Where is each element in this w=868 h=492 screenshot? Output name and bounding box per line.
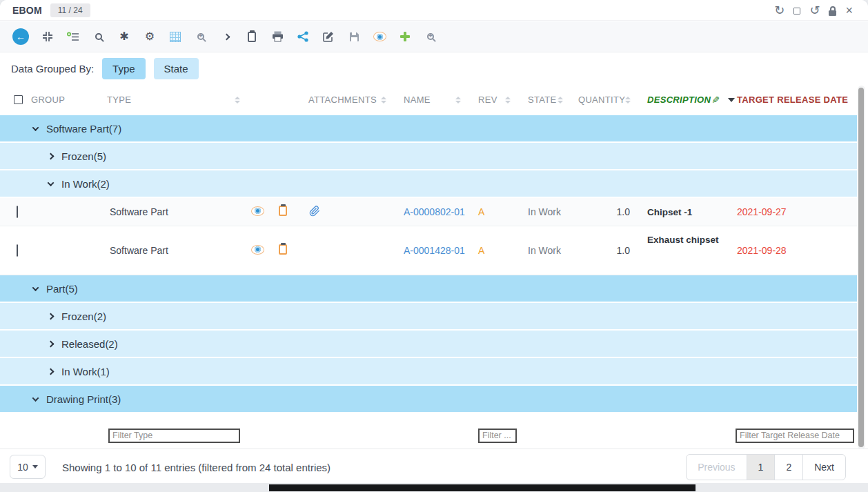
undo-icon[interactable]: ↺ [809, 4, 820, 17]
target-date-cell: 2021-09-28 [731, 245, 857, 256]
description-cell: Chipset -1 [638, 207, 731, 217]
filter-rev-input[interactable] [478, 429, 517, 443]
rev-cell: A [469, 206, 519, 217]
chevron-right-icon[interactable] [48, 340, 55, 347]
view-eye-icon[interactable] [251, 245, 264, 255]
row-checkbox[interactable] [17, 244, 18, 257]
sort-icon [235, 97, 240, 104]
lock-icon[interactable] [829, 6, 836, 16]
description-cell: Exhaust chipset [638, 226, 731, 245]
group-row-part[interactable]: Part(5) [0, 275, 857, 303]
type-cell: Software Part [107, 245, 248, 256]
clipboard-icon[interactable] [245, 28, 259, 45]
print-icon[interactable] [270, 28, 284, 45]
chevron-right-icon[interactable] [48, 152, 55, 159]
column-type[interactable]: TYPE [107, 95, 248, 105]
visibility-eye-icon[interactable] [373, 28, 386, 45]
search-plus-icon[interactable] [194, 28, 208, 45]
chevron-down-icon[interactable] [32, 124, 39, 131]
entries-summary: Showing 1 to 10 of 11 entries (filtered … [62, 462, 331, 473]
titlebar: EBOM 11 / 24 ↻ ↺ × [0, 0, 868, 21]
paperclip-icon[interactable] [309, 208, 320, 219]
group-row-in-work-1[interactable]: In Work(1) [0, 358, 857, 386]
table-footer: 10 Showing 1 to 10 of 11 entries (filter… [0, 449, 868, 483]
chevron-right-icon[interactable] [48, 368, 55, 375]
table-row: Software Part A-0000802-01 A In Work 1.0… [0, 198, 857, 226]
share-icon[interactable] [296, 28, 310, 45]
column-quantity[interactable]: QUANTITY [571, 95, 638, 105]
refresh-icon[interactable]: ↻ [774, 4, 785, 17]
group-row-frozen-5[interactable]: Frozen(5) [0, 143, 857, 170]
sort-icon [455, 97, 461, 104]
group-by-type-button[interactable]: Type [102, 58, 146, 79]
chevron-right-icon[interactable] [48, 313, 55, 319]
pagination-page-1[interactable]: 1 [747, 455, 775, 480]
back-button[interactable]: ← [12, 28, 29, 45]
pagination-next[interactable]: Next [802, 455, 845, 480]
group-row-drawing-print[interactable]: Drawing Print(3) [0, 386, 857, 413]
zoom-in-icon[interactable] [424, 28, 437, 45]
filter-type-input[interactable] [108, 429, 240, 443]
select-all-cell [0, 95, 31, 104]
name-link[interactable]: A-0000802-01 [395, 206, 469, 217]
filter-row [0, 422, 857, 449]
group-by-label: Data Grouped By: [11, 63, 94, 75]
toolbar: ← ✱ ⚙ [0, 21, 868, 52]
group-by-state-button[interactable]: State [154, 58, 199, 79]
add-new-icon[interactable] [398, 28, 412, 45]
edit-icon[interactable] [322, 28, 335, 45]
settings-gear-icon[interactable]: ⚙ [143, 28, 157, 45]
save-icon[interactable] [347, 28, 361, 45]
pagination-previous[interactable]: Previous [687, 455, 746, 480]
group-row-frozen-2[interactable]: Frozen(2) [0, 303, 857, 331]
select-all-checkbox[interactable] [14, 95, 23, 104]
chevron-down-icon[interactable] [48, 179, 55, 186]
sort-icon [381, 97, 386, 104]
clipboard-icon[interactable] [279, 244, 287, 255]
add-to-structure-icon[interactable] [66, 28, 80, 45]
horizontal-scrollbar-thumb[interactable] [269, 484, 696, 491]
search-icon[interactable] [92, 28, 106, 45]
group-row-software-part[interactable]: Software Part(7) [0, 115, 857, 143]
sort-icon [625, 97, 631, 104]
sort-icon [505, 97, 511, 104]
horizontal-scrollbar-track [0, 483, 868, 492]
view-eye-icon[interactable] [251, 206, 264, 216]
ebom-window: EBOM 11 / 24 ↻ ↺ × ← [0, 0, 868, 483]
quantity-cell: 1.0 [571, 245, 638, 256]
rev-cell: A [469, 245, 519, 256]
page-size-select[interactable]: 10 [10, 455, 46, 479]
maximize-icon[interactable] [793, 6, 800, 16]
table-row: Software Part A-0001428-01 A In Work 1.0… [0, 226, 857, 275]
group-row-in-work-2[interactable]: In Work(2) [0, 170, 857, 198]
clipboard-icon[interactable] [279, 206, 287, 216]
name-link[interactable]: A-0001428-01 [395, 245, 469, 256]
pagination-page-2[interactable]: 2 [774, 455, 802, 480]
table-view-icon[interactable] [168, 28, 182, 45]
column-group: GROUP [31, 95, 107, 105]
column-description[interactable]: DESCRIPTION✎ [638, 95, 731, 106]
filter-target-release-date-input[interactable] [736, 429, 854, 443]
state-cell: In Work [519, 206, 571, 217]
edit-pencil-icon: ✎ [711, 95, 720, 106]
group-by-bar: Data Grouped By: Type State [0, 52, 868, 84]
collapse-all-icon[interactable] [41, 28, 55, 45]
group-row-released-2[interactable]: Released(2) [0, 331, 857, 358]
item-count-badge: 11 / 24 [50, 3, 90, 17]
row-checkbox[interactable] [17, 206, 18, 218]
column-name[interactable]: NAME [395, 95, 469, 105]
column-state[interactable]: STATE [519, 95, 571, 105]
column-target-release-date[interactable]: TARGET RELEASE DATE [731, 95, 857, 105]
table-header: GROUP TYPE ATTACHMENTS NAME REV STATE QU… [0, 84, 857, 115]
close-icon[interactable]: × [845, 4, 853, 17]
vertical-scrollbar-thumb[interactable] [858, 88, 864, 447]
asterisk-icon[interactable]: ✱ [117, 28, 131, 45]
pagination: Previous 1 2 Next [686, 454, 846, 480]
column-attachments[interactable]: ATTACHMENTS [304, 95, 395, 105]
chevron-down-icon[interactable] [32, 284, 39, 291]
state-cell: In Work [519, 245, 571, 256]
column-rev[interactable]: REV [469, 95, 519, 105]
chevron-down-icon[interactable] [32, 395, 39, 402]
expand-panel-icon[interactable] [219, 28, 233, 45]
caret-down-icon [32, 465, 38, 469]
